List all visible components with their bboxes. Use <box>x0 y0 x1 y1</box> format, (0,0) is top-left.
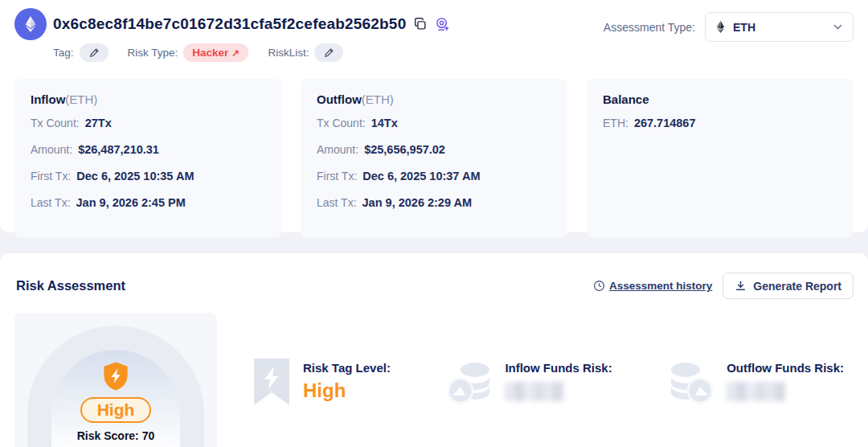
risk-tag-level-label: Risk Tag Level: <box>303 361 391 375</box>
risk-item-texts: Inflow Funds Risk: <box>505 359 612 401</box>
stat-value: Dec 6, 2025 10:35 AM <box>76 170 194 182</box>
stat-label: Last Tx: <box>317 196 357 209</box>
inflow-card-title: Inflow(ETH) <box>31 92 265 106</box>
risk-assessment-panel: Risk Assessment Assessment history Gener… <box>0 253 868 447</box>
stat-row: Amount:$26,487,210.31 <box>31 143 265 156</box>
assessment-history-link[interactable]: Assessment history <box>593 280 712 292</box>
risk-row: High Risk Score: 70 Risk Tag Level: High <box>0 313 868 447</box>
stat-label: First Tx: <box>31 170 71 182</box>
stat-label: ETH: <box>603 117 628 129</box>
stat-value: 27Tx <box>85 117 112 129</box>
shield-bolt-icon <box>101 361 130 392</box>
edit-risklist-button[interactable] <box>314 43 343 62</box>
risk-section-title: Risk Assessment <box>16 278 593 293</box>
stat-row: Tx Count:14Tx <box>317 117 551 129</box>
outflow-funds-risk-item: Outflow Funds Risk: <box>668 359 844 447</box>
censored-value <box>727 382 786 401</box>
risk-items: Risk Tag Level: High Inflow Funds Risk: <box>217 313 868 447</box>
risk-type-badge[interactable]: Hacker ↗ <box>183 43 248 62</box>
risk-score-text: Risk Score: 70 <box>77 429 155 442</box>
risk-tag-level-value: High <box>303 380 391 401</box>
address-title-column: 0x6c8ec8f14be7c01672d31cfa5f2cefeab2562b… <box>53 8 604 62</box>
card-title-suffix: (ETH) <box>65 92 97 106</box>
stat-label: Amount: <box>31 143 72 156</box>
coins-clock-icon <box>446 359 493 405</box>
assessment-history-label: Assessment history <box>609 280 712 292</box>
card-title-text: Inflow <box>31 92 65 106</box>
eth-token-icon <box>715 20 726 34</box>
stat-row: First Tx:Dec 6, 2025 10:37 AM <box>317 170 551 182</box>
tags-row: Tag: Risk Type: Hacker ↗ RiskList: <box>53 43 604 62</box>
stat-value: 267.714867 <box>634 117 696 129</box>
stat-label: Tx Count: <box>31 117 80 129</box>
risklist-label: RiskList: <box>268 47 309 59</box>
card-title-text: Balance <box>603 92 649 106</box>
chevron-down-icon <box>833 22 843 32</box>
censored-value <box>505 382 564 401</box>
eth-logo-avatar <box>14 8 47 40</box>
ethereum-icon <box>22 15 39 33</box>
outflow-card-title: Outflow(ETH) <box>317 92 551 106</box>
add-to-monitor-icon[interactable] <box>435 17 450 32</box>
stat-value: 14Tx <box>371 117 398 129</box>
tag-label: Tag: <box>53 47 74 59</box>
risk-type-group: Risk Type: Hacker ↗ <box>128 43 249 62</box>
stat-label: Last Tx: <box>31 196 71 209</box>
stat-value: $25,656,957.02 <box>364 143 445 156</box>
external-link-icon: ↗ <box>231 47 240 59</box>
stat-label: Tx Count: <box>317 117 366 129</box>
stat-row: Last Tx:Jan 9, 2026 2:45 PM <box>31 196 265 209</box>
wallet-address: 0x6c8ec8f14be7c01672d31cfa5f2cefeab2562b… <box>53 15 406 33</box>
risk-item-texts: Risk Tag Level: High <box>303 359 391 401</box>
stat-cards: Inflow(ETH) Tx Count:27Tx Amount:$26,487… <box>14 79 854 238</box>
assessment-type-label: Assessment Type: <box>604 21 695 34</box>
tag-group: Tag: <box>53 43 108 62</box>
generate-report-button[interactable]: Generate Report <box>723 273 854 299</box>
assessment-type-select[interactable]: ETH <box>705 12 854 42</box>
pencil-icon <box>88 47 100 59</box>
copy-address-icon[interactable] <box>413 17 428 31</box>
stat-row: Amount:$25,656,957.02 <box>317 143 551 156</box>
stat-row: Last Tx:Jan 9, 2026 2:29 AM <box>317 196 551 209</box>
stat-row: Tx Count:27Tx <box>31 117 265 129</box>
stat-row: First Tx:Dec 6, 2025 10:35 AM <box>31 170 265 182</box>
generate-report-label: Generate Report <box>753 280 841 293</box>
stat-value: Dec 6, 2025 10:37 AM <box>362 170 480 182</box>
risk-item-texts: Outflow Funds Risk: <box>727 359 844 401</box>
bookmark-bolt-icon <box>252 359 291 405</box>
edit-tag-button[interactable] <box>80 43 108 62</box>
balance-card-title: Balance <box>603 92 837 106</box>
card-title-suffix: (ETH) <box>362 92 394 106</box>
risk-type-label: Risk Type: <box>128 47 178 59</box>
assessment-type-value: ETH <box>733 21 825 34</box>
inflow-funds-risk-item: Inflow Funds Risk: <box>446 359 612 447</box>
card-title-text: Outflow <box>317 92 362 106</box>
assessment-type-control: Assessment Type: ETH <box>604 12 854 42</box>
address-summary-panel: 0x6c8ec8f14be7c01672d31cfa5f2cefeab2562b… <box>0 0 868 232</box>
risk-level-badge: High <box>80 397 152 423</box>
gauge-content: High Risk Score: 70 <box>14 361 217 442</box>
address-header: 0x6c8ec8f14be7c01672d31cfa5f2cefeab2562b… <box>0 8 868 62</box>
risk-tag-level-item: Risk Tag Level: High <box>252 359 391 447</box>
inflow-funds-risk-label: Inflow Funds Risk: <box>505 361 612 375</box>
clock-icon <box>593 280 605 292</box>
risk-section-header: Risk Assessment Assessment history Gener… <box>0 253 868 299</box>
inflow-card: Inflow(ETH) Tx Count:27Tx Amount:$26,487… <box>14 79 281 238</box>
balance-card: Balance ETH:267.714867 <box>587 79 854 238</box>
stat-row: ETH:267.714867 <box>603 117 837 129</box>
stat-label: Amount: <box>317 143 358 156</box>
outflow-card: Outflow(ETH) Tx Count:14Tx Amount:$25,65… <box>301 79 567 238</box>
stat-value: Jan 9, 2026 2:45 PM <box>76 196 186 209</box>
download-icon <box>735 280 747 292</box>
outflow-funds-risk-label: Outflow Funds Risk: <box>727 361 844 375</box>
pencil-icon <box>323 47 334 59</box>
stat-value: $26,487,210.31 <box>78 143 159 156</box>
address-row: 0x6c8ec8f14be7c01672d31cfa5f2cefeab2562b… <box>53 8 604 40</box>
risk-type-value: Hacker <box>192 47 228 59</box>
risklist-group: RiskList: <box>268 43 343 62</box>
coins-clock-icon <box>668 359 714 405</box>
risk-score-gauge: High Risk Score: 70 <box>14 313 217 447</box>
stat-label: First Tx: <box>317 170 357 182</box>
stat-value: Jan 9, 2026 2:29 AM <box>362 196 472 209</box>
